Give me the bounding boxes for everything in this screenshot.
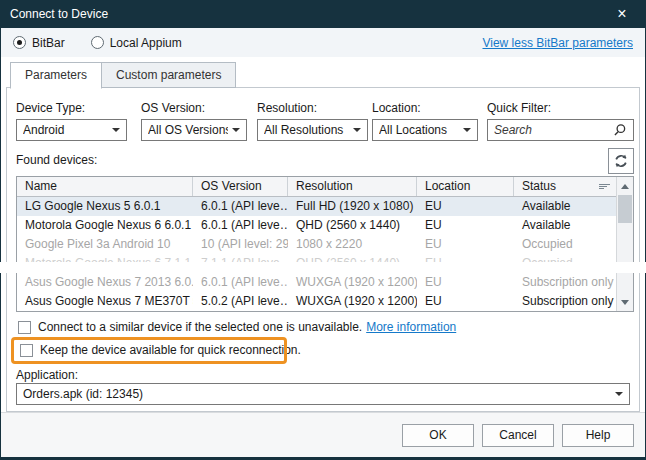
close-icon[interactable]: × [608, 0, 636, 28]
location-label: Location: [372, 101, 478, 115]
similar-device-checkbox[interactable] [18, 321, 31, 334]
column-header-status[interactable]: Status [514, 177, 616, 196]
table-header: Name OS Version Resolution Location Stat… [17, 177, 633, 197]
refresh-icon [613, 153, 629, 169]
os-version-label: OS Version: [141, 101, 247, 115]
radio-local-appium[interactable]: Local Appium [91, 36, 182, 50]
scroll-down-icon[interactable] [617, 294, 633, 310]
device-type-select[interactable]: Android [16, 119, 127, 141]
connect-to-device-dialog: Connect to Device × BitBar Local Appium … [0, 0, 646, 460]
chevron-down-icon [112, 128, 120, 132]
device-type-filter: Device Type: Android [16, 101, 127, 141]
radio-bitbar[interactable]: BitBar [13, 36, 65, 50]
connection-type-row: BitBar Local Appium View less BitBar par… [1, 28, 645, 57]
screenshot-cut-band [0, 262, 646, 273]
scroll-up-icon[interactable] [617, 178, 633, 194]
tab-parameters[interactable]: Parameters [10, 62, 102, 89]
tab-custom-parameters[interactable]: Custom parameters [101, 62, 236, 88]
device-table: Name OS Version Resolution Location Stat… [16, 176, 634, 312]
status-badge: Subscription only [514, 273, 616, 292]
location-select[interactable]: All Locations [372, 119, 478, 141]
table-row[interactable]: Motorola Google Nexus 6 6.0.1 6.0.1 (API… [17, 216, 633, 235]
keep-device-checkbox[interactable] [20, 344, 33, 357]
status-badge: Available [514, 197, 616, 216]
column-header-resolution[interactable]: Resolution [288, 177, 417, 196]
chevron-down-icon [232, 128, 240, 132]
column-header-name[interactable]: Name [17, 177, 193, 196]
resolution-select[interactable]: All Resolutions [257, 119, 368, 141]
table-row[interactable]: Google Pixel 3a Android 10 10 (API level… [17, 235, 633, 254]
similar-device-checkbox-row: Connect to a similar device if the selec… [18, 320, 456, 334]
view-less-bitbar-parameters-link[interactable]: View less BitBar parameters [482, 36, 633, 50]
resolution-label: Resolution: [257, 101, 368, 115]
tab-strip: Parameters Custom parameters [10, 62, 235, 89]
status-badge: Subscription only [514, 292, 616, 311]
dialog-title: Connect to Device [10, 7, 108, 21]
os-version-select[interactable]: All OS Versions [141, 119, 247, 141]
table-row[interactable]: Asus Google Nexus 7 ME370T 5.0.2 5.0.2 (… [17, 292, 633, 311]
chevron-down-icon [615, 392, 623, 396]
title-bar: Connect to Device × [0, 0, 646, 28]
status-badge: Occupied [514, 235, 616, 254]
chevron-down-icon [463, 128, 471, 132]
quick-filter-label: Quick Filter: [487, 101, 634, 115]
table-row[interactable]: LG Google Nexus 5 6.0.1 6.0.1 (API leve…… [17, 197, 633, 216]
column-header-location[interactable]: Location [417, 177, 514, 196]
help-button[interactable]: Help [562, 424, 634, 447]
radio-local-appium-label: Local Appium [110, 36, 182, 50]
keep-device-label: Keep the device available for quick reco… [40, 343, 301, 357]
application-label: Application: [16, 368, 78, 382]
refresh-button[interactable] [608, 148, 634, 174]
radio-bitbar-label: BitBar [32, 36, 65, 50]
status-badge: Available [514, 216, 616, 235]
cancel-button[interactable]: Cancel [482, 424, 554, 447]
more-information-link[interactable]: More information [366, 320, 456, 334]
location-filter: Location: All Locations [372, 101, 478, 141]
table-scrollbar[interactable] [616, 177, 633, 311]
os-version-filter: OS Version: All OS Versions [141, 101, 247, 141]
similar-device-label: Connect to a similar device if the selec… [38, 320, 362, 334]
search-input[interactable] [494, 123, 613, 137]
quick-filter: Quick Filter: [487, 101, 634, 141]
keep-device-checkbox-row: Keep the device available for quick reco… [20, 343, 301, 357]
scrollbar-thumb[interactable] [618, 195, 632, 223]
sort-ascending-icon [599, 184, 610, 189]
ok-button[interactable]: OK [402, 424, 474, 447]
search-box [487, 119, 634, 141]
chevron-down-icon [353, 128, 361, 132]
application-select[interactable]: Orders.apk (id: 12345) [16, 383, 630, 405]
dialog-footer: OK Cancel Help [0, 412, 646, 457]
device-type-label: Device Type: [16, 101, 127, 115]
resolution-filter: Resolution: All Resolutions [257, 101, 368, 141]
radio-unselected-icon [91, 36, 104, 49]
table-row[interactable]: Asus Google Nexus 7 2013 6.0.1 6.0.1 (AP… [17, 273, 633, 292]
radio-selected-icon [13, 36, 26, 49]
found-devices-label: Found devices: [16, 153, 97, 167]
search-icon [613, 123, 627, 137]
column-header-os-version[interactable]: OS Version [193, 177, 288, 196]
